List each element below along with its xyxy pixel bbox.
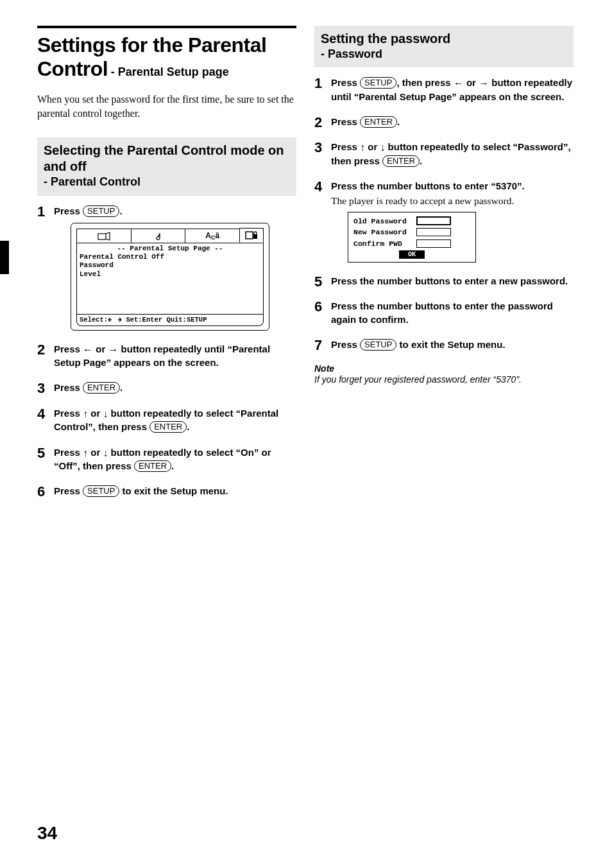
right-step-6: Press the number buttons to enter the pa… [314, 300, 574, 326]
screen-footer: Select: Set:Enter Quit:SETUP [76, 315, 264, 326]
left-step-6: Press SETUP to exit the Setup menu. [37, 485, 296, 498]
pw-old-field [416, 216, 451, 225]
right-section-header: Setting the password - Password [314, 26, 574, 67]
svg-rect-0 [98, 234, 106, 239]
tab-general-icon [77, 229, 132, 243]
screen-line-3: Level [80, 270, 260, 279]
right-section-title: Setting the password [321, 31, 567, 47]
left-arrow-icon: ← [454, 76, 464, 91]
setup-button-label: SETUP [83, 205, 119, 217]
enter-button-label: ENTER [149, 421, 187, 433]
pw-new-field [416, 228, 451, 236]
up-arrow-icon: ↑ [83, 407, 88, 421]
pw-new-label: New Password [353, 227, 412, 238]
right-arrow-icon: → [479, 76, 489, 91]
title-rule [37, 26, 296, 28]
right-step-4-sub: The player is ready to accept a new pass… [331, 195, 574, 208]
right-step-3: Press ↑ or ↓ button repeatedly to select… [314, 141, 574, 168]
pw-old-label: Old Password [353, 216, 412, 227]
svg-rect-2 [253, 234, 257, 239]
left-step-5: Press ↑ or ↓ button repeatedly to select… [37, 446, 296, 473]
note-body: If you forget your registered password, … [314, 374, 574, 385]
left-column: Settings for the Parental Control - Pare… [37, 26, 296, 510]
pw-confirm-field [416, 239, 451, 248]
right-section-subtitle: - Password [321, 47, 567, 62]
screen-diagram: ACä -- Parental Setup Page -- Parental C… [71, 223, 269, 331]
left-section-title: Selecting the Parental Control mode on a… [44, 143, 290, 175]
enter-button-label: ENTER [360, 116, 397, 128]
up-arrow-icon: ↑ [360, 141, 365, 155]
tab-language-icon: ACä [185, 229, 240, 243]
page-tab-marker [0, 241, 9, 274]
right-step-5: Press the number buttons to enter a new … [314, 275, 574, 288]
left-step-4: Press ↑ or ↓ button repeatedly to select… [37, 407, 296, 434]
intro-text: When you set the password for the first … [37, 92, 296, 121]
tab-audio-icon [132, 229, 186, 243]
right-step-7: Press SETUP to exit the Setup menu. [314, 338, 574, 351]
enter-button-label: ENTER [382, 155, 420, 167]
left-step-3: Press ENTER. [37, 381, 296, 394]
right-arrow-icon: → [108, 343, 118, 357]
right-column: Setting the password - Password Press SE… [314, 26, 574, 510]
left-step-1: Press SETUP. ACä [37, 205, 296, 331]
right-step-1: Press SETUP, then press ← or → button re… [314, 76, 574, 103]
pw-ok-button: OK [399, 250, 425, 259]
password-diagram: Old Password New Password Confirm PWD OK [348, 212, 476, 263]
left-step-2: Press ← or → button repeatedly until “Pa… [37, 343, 296, 370]
right-steps: Press SETUP, then press ← or → button re… [314, 76, 574, 351]
screen-line-2: Password [80, 261, 260, 270]
right-step-4: Press the number buttons to enter “5370”… [314, 180, 574, 263]
setup-button-label: SETUP [83, 485, 119, 497]
tab-parental-icon [239, 228, 264, 243]
left-arrow-icon: ← [83, 343, 93, 357]
svg-rect-1 [246, 232, 253, 239]
left-steps: Press SETUP. ACä [37, 205, 296, 498]
screen-line-1: Parental Control Off [80, 253, 260, 261]
left-section-subtitle: - Parental Control [44, 175, 290, 189]
left-section-header: Selecting the Parental Control mode on a… [37, 137, 296, 195]
main-title-sub: - Parental Setup page [111, 65, 229, 78]
up-arrow-icon: ↑ [83, 446, 88, 460]
screen-header: -- Parental Setup Page -- [80, 245, 260, 253]
note-heading: Note [314, 363, 574, 374]
setup-button-label: SETUP [360, 77, 396, 89]
page-number: 34 [37, 823, 57, 844]
enter-button-label: ENTER [83, 382, 120, 394]
pw-confirm-label: Confirm PWD [353, 239, 412, 249]
right-step-2: Press ENTER. [314, 116, 574, 128]
setup-button-label: SETUP [360, 339, 396, 351]
enter-button-label: ENTER [134, 460, 171, 472]
